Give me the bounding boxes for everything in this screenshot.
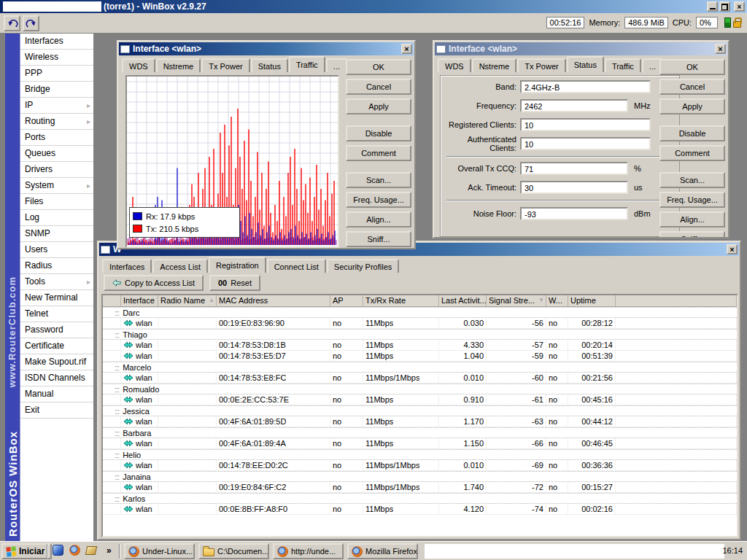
tables-tab-registration[interactable]: Registration <box>209 257 266 273</box>
authenticated-clients-value-field[interactable]: 10 <box>520 137 651 150</box>
group-row-jessica[interactable]: :::Jessica <box>103 405 737 416</box>
minimize-button[interactable] <box>707 1 718 12</box>
sidebar-item-ppp[interactable]: PPP <box>20 66 93 82</box>
sidebar-item-system[interactable]: System▸ <box>20 178 93 194</box>
freq-usage-button[interactable]: Freq. Usage... <box>346 192 411 208</box>
redo-button[interactable] <box>23 15 39 31</box>
tables-tab-connect-list[interactable]: Connect List <box>267 259 326 273</box>
sidebar-item-isdn-channels[interactable]: ISDN Channels <box>20 370 93 386</box>
cancel-button[interactable]: Cancel <box>659 79 725 95</box>
column-header-w[interactable]: W... <box>546 295 568 306</box>
sidebar-item-ports[interactable]: Ports <box>20 130 93 146</box>
show-desktop-icon[interactable] <box>85 546 98 555</box>
sidebar-item-certificate[interactable]: Certificate <box>20 338 93 354</box>
disable-button[interactable]: Disable <box>659 125 725 141</box>
tables-tab-access-list[interactable]: Access List <box>152 259 208 273</box>
column-header-radio-name[interactable]: Radio Name▲ <box>158 295 217 306</box>
group-row-karlos[interactable]: :::Karlos <box>103 493 737 504</box>
restore-button[interactable] <box>719 1 730 12</box>
task-button-under-linux[interactable]: Under-Linux... <box>124 543 195 559</box>
sidebar-item-password[interactable]: Password <box>20 322 93 338</box>
noise-floor-value-field[interactable]: -93 <box>520 207 628 220</box>
traffic-tab-tx-power[interactable]: Tx Power <box>201 58 249 72</box>
freq-usage-button[interactable]: Freq. Usage... <box>659 192 725 208</box>
group-row-thiago[interactable]: :::Thiago <box>103 329 737 340</box>
column-header-uptime[interactable]: Uptime <box>568 295 616 306</box>
status-tab-tx-power[interactable]: Tx Power <box>517 58 565 72</box>
more-quick-launch-chevron[interactable]: » <box>107 545 112 556</box>
sidebar-item-interfaces[interactable]: Interfaces <box>20 34 93 50</box>
traffic-tab-nstreme[interactable]: Nstreme <box>156 58 201 72</box>
group-row-helio[interactable]: :::Helio <box>103 449 737 460</box>
column-header-mac-address[interactable]: MAC Address <box>217 295 330 306</box>
reset-button[interactable]: 00 Reset <box>209 275 260 291</box>
group-row-darc[interactable]: :::Darc <box>103 307 737 318</box>
close-button[interactable]: × <box>715 44 726 54</box>
table-row[interactable]: wlan00:0E:8B:FF:A8:F0no11Mbps4.120-74no0… <box>103 504 737 515</box>
tables-tab-interfaces[interactable]: Interfaces <box>102 259 152 273</box>
firefox-icon[interactable] <box>69 545 80 556</box>
sidebar-item-radius[interactable]: Radius <box>20 258 93 274</box>
status-window-titlebar[interactable]: Interface <wlan> × <box>435 42 727 55</box>
tables-tab-security-profiles[interactable]: Security Profiles <box>327 259 399 273</box>
sidebar-item-snmp[interactable]: SNMP <box>20 226 93 242</box>
browser-icon[interactable] <box>53 545 63 556</box>
copy-to-access-list-button[interactable]: Copy to Access List <box>104 275 204 291</box>
comment-button[interactable]: Comment <box>346 145 411 161</box>
sidebar-item-queues[interactable]: Queues <box>20 146 93 162</box>
sidebar-item-users[interactable]: Users <box>20 242 93 258</box>
registered-clients-value-field[interactable]: 10 <box>520 118 651 131</box>
scan-button[interactable]: Scan... <box>659 172 725 188</box>
apply-button[interactable]: Apply <box>346 98 411 114</box>
sidebar-item-bridge[interactable]: Bridge <box>20 82 93 98</box>
traffic-tab-traffic[interactable]: Traffic <box>289 56 325 72</box>
status-tab-traffic[interactable]: Traffic <box>605 58 641 72</box>
status-tab-status[interactable]: Status <box>567 56 604 72</box>
status-tab-wds[interactable]: WDS <box>438 58 471 72</box>
sidebar-item-manual[interactable]: Manual <box>20 386 93 402</box>
task-button-mozilla-firefox[interactable]: Mozilla Firefox <box>347 543 418 559</box>
task-button-c-documen[interactable]: C:\Documen... <box>198 543 269 559</box>
disable-button[interactable]: Disable <box>346 125 411 141</box>
sidebar-item-drivers[interactable]: Drivers <box>20 162 93 178</box>
column-header-blank[interactable] <box>103 295 121 306</box>
sidebar-item-telnet[interactable]: Telnet <box>20 306 93 322</box>
sidebar-item-tools[interactable]: Tools▸ <box>20 274 93 290</box>
close-button[interactable]: × <box>727 244 738 254</box>
column-header-last-activit[interactable]: Last Activit... <box>439 295 487 306</box>
cancel-button[interactable]: Cancel <box>346 79 411 95</box>
sidebar-item-make-supout-rif[interactable]: Make Supout.rif <box>20 354 93 370</box>
sniff-button[interactable]: Sniff... <box>346 231 411 247</box>
column-header-signal-stre[interactable]: Signal Stre...▼ <box>487 295 546 306</box>
table-row[interactable]: wlan00:14:78:53:E5:D7no11Mbps1.040-59no0… <box>103 351 737 362</box>
ok-button[interactable]: OK <box>346 59 411 75</box>
sidebar-item-wireless[interactable]: Wireless <box>20 50 93 66</box>
sidebar-item-new-terminal[interactable]: New Terminal <box>20 290 93 306</box>
table-row[interactable]: wlan00:19:E0:84:6F:C2no11Mbps/1Mbps1.740… <box>103 482 737 493</box>
start-button[interactable]: Iniciar <box>1 543 52 559</box>
sidebar-item-files[interactable]: Files <box>20 194 93 210</box>
traffic-window-titlebar[interactable]: Interface <wlan> × <box>119 42 414 55</box>
band-value-field[interactable]: 2.4GHz-B <box>520 80 651 93</box>
align-button[interactable]: Align... <box>659 211 725 228</box>
ack-timeout-value-field[interactable]: 30 <box>520 181 628 194</box>
column-header-interface[interactable]: Interface <box>121 295 158 306</box>
undo-button[interactable] <box>4 15 20 31</box>
sniff-button[interactable]: Sniff... <box>659 231 725 238</box>
column-header-tx-rx-rate[interactable]: Tx/Rx Rate <box>363 295 439 306</box>
sidebar-item-ip[interactable]: IP▸ <box>20 98 93 114</box>
close-button[interactable]: × <box>401 44 412 54</box>
group-row-janaina[interactable]: :::Janaina <box>103 471 737 482</box>
column-header-ap[interactable]: AP <box>330 295 363 306</box>
task-button-http-unde[interactable]: http://unde... <box>273 543 344 559</box>
traffic-tab-status[interactable]: Status <box>251 58 288 72</box>
close-button[interactable]: × <box>734 1 745 12</box>
traffic-tab-blank[interactable]: ... <box>326 58 347 72</box>
group-row-marcelo[interactable]: :::Marcelo <box>103 362 737 373</box>
table-row[interactable]: wlan00:0E:2E:CC:53:7Eno11Mbps0.910-61no0… <box>103 394 737 405</box>
scan-button[interactable]: Scan... <box>346 172 411 188</box>
table-row[interactable]: wlan00:4F:6A:01:89:4Ano11Mbps1.150-66no0… <box>103 438 737 449</box>
sidebar-item-exit[interactable]: Exit <box>20 402 93 419</box>
traffic-tab-wds[interactable]: WDS <box>122 58 155 72</box>
sidebar-item-log[interactable]: Log <box>20 210 93 226</box>
